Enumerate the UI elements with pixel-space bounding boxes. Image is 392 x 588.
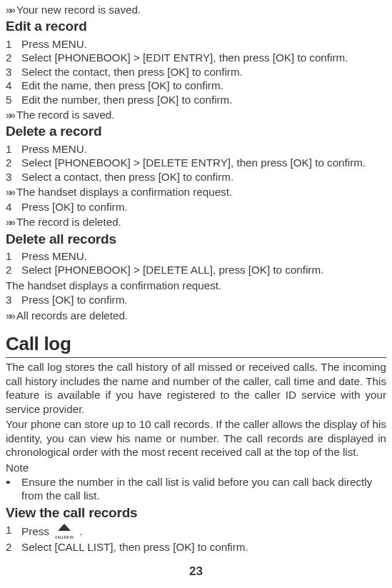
step-text: Press MENU.: [21, 37, 87, 51]
result-record-saved: »»The record is saved.: [6, 108, 386, 121]
paragraph-call-log-1: The call log stores the call history of …: [6, 360, 386, 416]
list-item: 1Press MENU.: [6, 37, 386, 51]
list-item: 2Select [CALL LIST], then press [OK] to …: [6, 540, 386, 554]
list-item: 5Edit the number, then press [OK] to con…: [6, 93, 386, 106]
list-item: 3Press [OK] to confirm.: [6, 293, 386, 307]
step-number: 4: [6, 200, 21, 214]
heading-delete-all-records: Delete all records: [6, 231, 386, 248]
heading-view-call-records: View the call records: [6, 504, 386, 522]
step-number: 5: [6, 93, 21, 106]
step-text: Press MENU.: [21, 249, 87, 263]
list-item: 2Select [PHONEBOOK] > [DELETE ENTRY], th…: [6, 156, 386, 169]
list-item: •• Ensure the number in the call list is…: [6, 475, 386, 503]
list-item: 1Press MENU.: [6, 142, 386, 156]
step-number: 3: [6, 170, 21, 184]
heading-call-log: Call log: [6, 332, 386, 356]
list-item: 4Edit the name, then press [OK] to confi…: [6, 79, 386, 92]
steps-delete-all-2: 3Press [OK] to confirm.: [6, 293, 386, 307]
chevron-result-icon: »»: [6, 309, 16, 322]
list-item: 3Select a contact, then press [OK] to co…: [6, 170, 386, 184]
step-number: 2: [6, 540, 21, 554]
result-record-deleted: »»The record is deleted.: [6, 215, 386, 229]
step-number: 2: [6, 51, 21, 64]
steps-edit-record: 1Press MENU. 2Select [PHONEBOOK] > [EDIT…: [6, 37, 386, 106]
list-item: 1 Press CALLER ID .: [6, 523, 386, 540]
list-item: 2Select [PHONEBOOK] > [EDIT ENTRY], then…: [6, 51, 386, 64]
steps-view-records: 1 Press CALLER ID . 2Select [CALL LIST],…: [6, 523, 386, 554]
chevron-result-icon: »»: [6, 186, 16, 198]
bullet-icon: ••: [6, 475, 21, 503]
step-number: 4: [6, 79, 21, 92]
step-number: 3: [6, 293, 21, 307]
step-number: 2: [6, 156, 21, 169]
chevron-result-icon: »»: [6, 109, 16, 121]
chevron-result-icon: »»: [6, 216, 16, 228]
step-text: Edit the number, then press [OK] to conf…: [21, 93, 232, 106]
list-item: 4Press [OK] to confirm.: [6, 200, 386, 214]
step-number: 2: [6, 263, 21, 276]
step-number: 1: [6, 249, 21, 263]
step-text: Press [OK] to confirm.: [21, 200, 128, 214]
result-saved-new: »»Your new record is saved.: [6, 3, 386, 16]
heading-underline: [6, 357, 386, 358]
steps-delete-record: 1Press MENU. 2Select [PHONEBOOK] > [DELE…: [6, 142, 386, 184]
note-list: •• Ensure the number in the call list is…: [6, 475, 386, 503]
list-item: 2Select [PHONEBOOK] > [DELETE ALL], pres…: [6, 263, 386, 276]
paragraph-call-log-2: Your phone can store up to 10 call recor…: [6, 417, 386, 459]
svg-marker-0: [58, 524, 71, 531]
step-text: Press MENU.: [21, 142, 87, 156]
step-number: 3: [6, 65, 21, 79]
caller-id-up-icon: CALLER ID: [54, 523, 75, 540]
step-text: Select [PHONEBOOK] > [EDIT ENTRY], then …: [21, 51, 348, 64]
step-text: Edit the name, then press [OK] to confir…: [21, 79, 223, 92]
result-all-deleted: »»All records are deleted.: [6, 309, 386, 322]
step-text: Select [PHONEBOOK] > [DELETE ENTRY], the…: [21, 156, 366, 169]
step-text: Press [OK] to confirm.: [21, 293, 128, 307]
step-text: Select [CALL LIST], then press [OK] to c…: [21, 540, 248, 554]
steps-delete-record-2: 4Press [OK] to confirm.: [6, 200, 386, 214]
heading-edit-record: Edit a record: [6, 18, 386, 35]
list-item: 3Select the contact, then press [OK] to …: [6, 65, 386, 79]
step-text: Select [PHONEBOOK] > [DELETE ALL], press…: [21, 263, 323, 276]
step-number: 1: [6, 523, 21, 540]
plain-confirmation-request: The handset displays a confirmation requ…: [6, 279, 386, 292]
steps-delete-all: 1Press MENU. 2Select [PHONEBOOK] > [DELE…: [6, 249, 386, 277]
list-item: 1Press MENU.: [6, 249, 386, 263]
result-confirmation-request: »»The handset displays a confirmation re…: [6, 185, 386, 199]
note-label: Note: [6, 461, 386, 474]
page-number: 23: [6, 564, 386, 579]
step-number: 1: [6, 142, 21, 156]
step-text: Select the contact, then press [OK] to c…: [21, 65, 243, 79]
step-number: 1: [6, 37, 21, 51]
step-text: Select a contact, then press [OK] to con…: [21, 170, 233, 184]
heading-delete-record: Delete a record: [6, 123, 386, 140]
step-text: Press CALLER ID .: [21, 523, 83, 540]
chevron-result-icon: »»: [6, 4, 16, 16]
note-text: Ensure the number in the call list is va…: [21, 475, 386, 503]
